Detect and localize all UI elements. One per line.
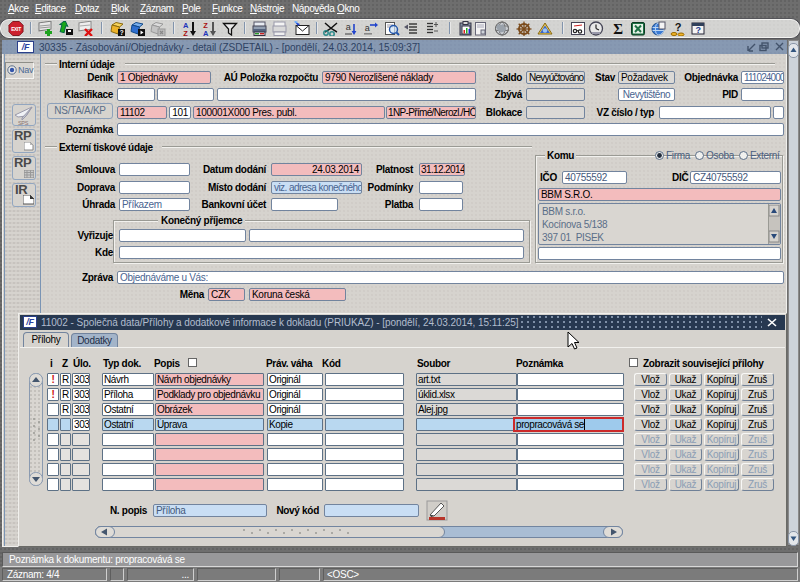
svg-text:a: a xyxy=(365,23,370,33)
svg-text:a: a xyxy=(346,22,351,32)
svg-text:?: ? xyxy=(675,21,682,33)
svg-text:A: A xyxy=(203,29,209,36)
svg-text:?: ? xyxy=(695,25,700,35)
svg-text:Σ: Σ xyxy=(613,21,623,36)
svg-text:?: ? xyxy=(120,29,124,36)
svg-text:EXIT: EXIT xyxy=(11,27,21,32)
svg-text:Z: Z xyxy=(183,29,188,36)
